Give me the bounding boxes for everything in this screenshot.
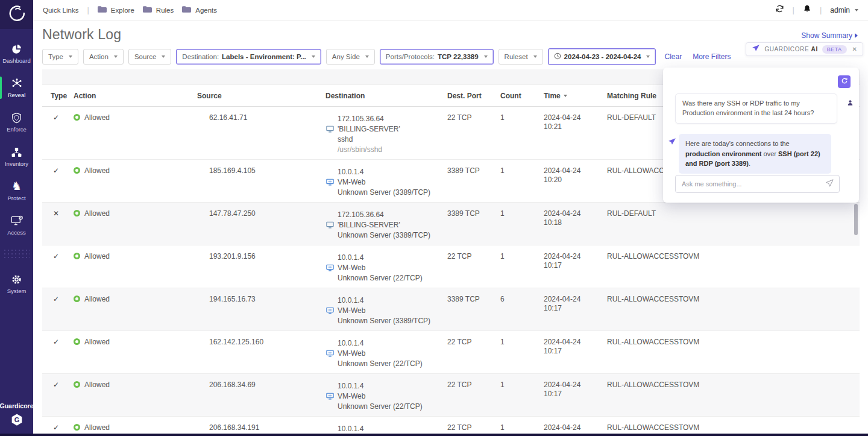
filter-any-side[interactable]: Any Side <box>326 49 375 65</box>
sidebar-item-label: Inventory <box>5 160 28 167</box>
source-ip[interactable]: 147.78.47.250 <box>209 209 256 218</box>
dest-host[interactable]: VM-Web <box>338 349 365 358</box>
chevron-down-icon <box>114 55 118 58</box>
chat-input-wrap <box>675 175 840 193</box>
sidebar-item-protect[interactable]: ♞ Protect <box>0 179 33 203</box>
nav-explore[interactable]: Explore <box>98 6 134 14</box>
filter-destination[interactable]: Destination:Labels - Environment: P... <box>176 49 321 65</box>
dest-ip[interactable]: 10.0.1.4 <box>338 296 363 305</box>
col-count[interactable]: Count <box>500 92 544 100</box>
filter-action[interactable]: Action <box>83 49 124 65</box>
sidebar-item-reveal[interactable]: Reveal <box>0 75 33 100</box>
allowed-status-icon <box>74 295 80 302</box>
dest-ip[interactable]: 10.0.1.4 <box>338 253 363 262</box>
dest-ip[interactable]: 172.105.36.64 <box>338 210 384 219</box>
source-ip[interactable]: 194.165.16.73 <box>209 295 256 303</box>
col-dest-port[interactable]: Dest. Port <box>447 92 500 100</box>
dest-host[interactable]: 'BILLING-SERVER' <box>338 125 400 133</box>
filter-ruleset[interactable]: Ruleset <box>498 49 543 65</box>
dest-process[interactable]: Unknown Server (3389/TCP) <box>338 317 430 325</box>
sidebar-item-inventory[interactable]: Inventory <box>0 144 33 169</box>
dest-host[interactable]: VM-Web <box>338 178 365 186</box>
quick-links-menu[interactable]: Quick Links <box>43 7 78 14</box>
refresh-button[interactable] <box>775 4 784 16</box>
new-chat-button[interactable] <box>838 75 851 88</box>
restart-chat-icon <box>841 77 848 86</box>
filter-ports-protocols[interactable]: Ports/Protocols:TCP 22,3389 <box>380 49 494 65</box>
sidebar-item-system[interactable]: System <box>0 271 33 296</box>
dest-ip[interactable]: 10.0.1.4 <box>338 168 363 176</box>
log-date: 2024-04-24 <box>544 209 607 218</box>
crescent-logo-icon <box>8 4 26 25</box>
chevron-right-icon <box>855 33 858 38</box>
filter-type[interactable]: Type <box>42 49 78 65</box>
dest-host[interactable]: VM-Web <box>338 264 365 272</box>
dest-process[interactable]: Unknown Server (22/TCP) <box>338 359 423 368</box>
dest-process[interactable]: sshd <box>338 135 353 144</box>
vertical-scrollbar-thumb[interactable] <box>854 204 858 235</box>
dest-host[interactable]: VM-Web <box>338 392 365 400</box>
filter-source[interactable]: Source <box>128 49 171 65</box>
table-row[interactable]: ✓ Allowed 206.168.34.69 10.0.1.4 VM-Web … <box>42 374 860 417</box>
clear-filters-button[interactable]: Clear <box>664 52 682 61</box>
nav-agents[interactable]: Agents <box>182 6 217 14</box>
source-ip[interactable]: 62.16.41.71 <box>209 113 247 122</box>
dest-ip[interactable]: 10.0.1.4 <box>338 382 363 390</box>
col-time-sort[interactable]: Time <box>544 92 607 100</box>
source-ip[interactable]: 162.142.125.160 <box>209 338 263 346</box>
dest-ip[interactable]: 172.105.36.64 <box>338 115 384 123</box>
sidebar-item-access[interactable]: Access <box>0 213 33 238</box>
source-ip[interactable]: 206.168.34.191 <box>209 423 259 432</box>
nav-rules[interactable]: Rules <box>143 6 174 14</box>
send-button[interactable] <box>825 179 834 189</box>
more-filters-button[interactable]: More Filters <box>693 52 731 61</box>
col-destination[interactable]: Destination <box>326 92 447 100</box>
type-icon: ✕ <box>53 209 59 218</box>
guardicore-ai-chat-panel: Was there any SSH or RDP traffic to my P… <box>663 68 859 203</box>
gear-icon <box>11 273 22 285</box>
sidebar-nav: Dashboard Reveal Enforce Inventory ♞ Pro… <box>0 29 33 296</box>
user-menu[interactable]: admin <box>830 6 858 14</box>
dest-process[interactable]: Unknown Server (22/TCP) <box>338 274 423 282</box>
guardicore-logo[interactable] <box>0 0 33 29</box>
action-label: Allowed <box>84 113 110 122</box>
dest-host[interactable]: VM-Web <box>338 306 365 315</box>
notifications-button[interactable] <box>803 4 811 16</box>
sidebar-dotted-divider <box>3 248 30 261</box>
action-label: Allowed <box>84 338 110 346</box>
table-row[interactable]: ✓ Allowed 194.165.16.73 10.0.1.4 VM-Web … <box>42 288 860 331</box>
topbar-divider: | <box>820 5 822 14</box>
filter-bar: Type Action Source Destination:Labels - … <box>42 48 731 65</box>
dest-process[interactable]: Unknown Server (3389/TCP) <box>338 188 430 197</box>
source-ip[interactable]: 193.201.9.156 <box>209 252 256 261</box>
show-summary-link[interactable]: Show Summary <box>801 31 858 40</box>
source-ip[interactable]: 206.168.34.69 <box>209 381 256 389</box>
sidebar-item-dashboard[interactable]: Dashboard <box>0 41 33 66</box>
topbar: Quick Links | Explore Rules Agents | | a… <box>33 0 868 21</box>
dest-host[interactable]: 'BILLING-SERVER' <box>338 221 400 229</box>
col-action[interactable]: Action <box>74 92 197 100</box>
col-type[interactable]: Type <box>51 92 74 100</box>
filter-date-range[interactable]: 2024-04-23 - 2024-04-24 <box>548 48 656 65</box>
matching-rule: RUL-ALLOWACCESSTOVM <box>607 252 860 283</box>
page-title: Network Log <box>42 27 121 43</box>
chevron-down-icon <box>162 55 165 58</box>
dest-process[interactable]: Unknown Server (22/TCP) <box>338 402 423 411</box>
allowed-status-icon <box>74 210 80 216</box>
table-row[interactable]: ✓ Allowed 193.201.9.156 10.0.1.4 VM-Web … <box>42 245 860 288</box>
connection-count: 1 <box>500 166 544 197</box>
chat-input[interactable] <box>682 180 825 188</box>
guardicore-ai-chip[interactable]: GUARDICORE AI BETA ✕ <box>746 42 863 56</box>
sidebar-item-enforce[interactable]: Enforce <box>0 110 33 134</box>
source-ip[interactable]: 185.169.4.105 <box>209 166 256 175</box>
dest-process[interactable]: Unknown Server (3389/TCP) <box>338 231 430 239</box>
allowed-status-icon <box>74 253 80 259</box>
dest-ip[interactable]: 10.0.1.4 <box>338 425 363 433</box>
sidebar-item-label: Enforce <box>7 126 27 133</box>
sidebar-item-label: Reveal <box>8 92 26 98</box>
col-source[interactable]: Source <box>197 92 326 100</box>
table-row[interactable]: ✕ Allowed 147.78.47.250 172.105.36.64 'B… <box>42 203 860 245</box>
table-row[interactable]: ✓ Allowed 162.142.125.160 10.0.1.4 VM-We… <box>42 331 860 374</box>
dest-ip[interactable]: 10.0.1.4 <box>338 339 363 347</box>
close-icon[interactable]: ✕ <box>852 46 857 52</box>
